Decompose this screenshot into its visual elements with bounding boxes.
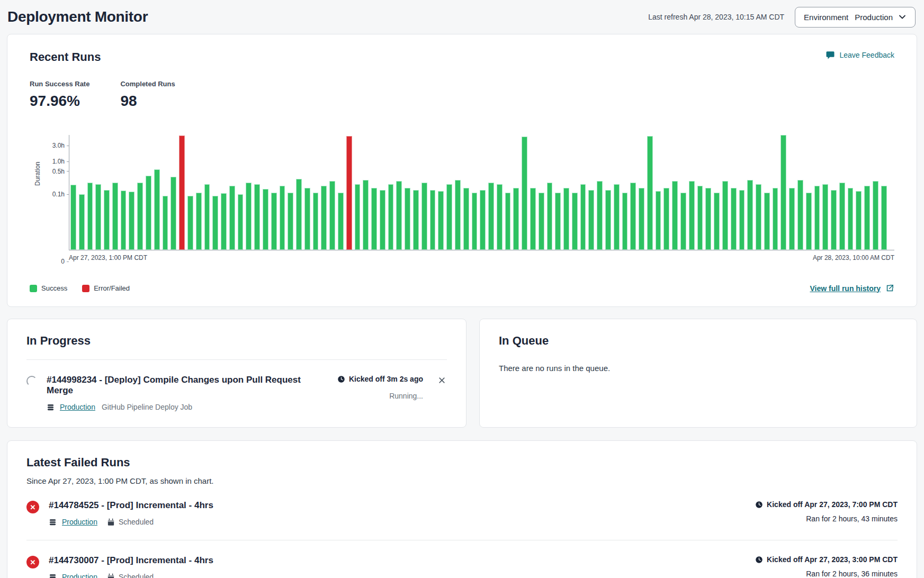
chart-bar-success[interactable] <box>547 183 553 250</box>
chart-bar-success[interactable] <box>388 184 394 250</box>
chart-bar-success[interactable] <box>329 181 335 250</box>
environment-link[interactable]: Production <box>62 573 97 578</box>
chart-bar-success[interactable] <box>781 135 786 250</box>
chart-bar-success[interactable] <box>112 183 118 250</box>
chart-bar-success[interactable] <box>731 188 737 250</box>
chart-bar-success[interactable] <box>539 193 544 250</box>
chart-bar-success[interactable] <box>605 190 611 250</box>
chart-bar-success[interactable] <box>814 186 820 250</box>
chart-bar-success[interactable] <box>304 188 310 250</box>
chart-bar-success[interactable] <box>480 190 486 250</box>
chart-bar-success[interactable] <box>79 194 85 250</box>
chart-bar-success[interactable] <box>455 180 461 250</box>
chart-bar-success[interactable] <box>187 196 193 250</box>
chart-bar-success[interactable] <box>530 188 536 250</box>
chart-bar-success[interactable] <box>697 186 703 250</box>
chart-bar-success[interactable] <box>488 183 494 250</box>
chart-bar-success[interactable] <box>588 190 594 250</box>
chart-bar-success[interactable] <box>221 193 227 250</box>
chart-bar-success[interactable] <box>572 193 578 250</box>
chart-bar-success[interactable] <box>271 193 277 250</box>
chart-bar-failed[interactable] <box>346 136 352 250</box>
chart-bar-success[interactable] <box>438 191 444 250</box>
chart-bar-success[interactable] <box>797 180 803 250</box>
chart-bar-success[interactable] <box>129 192 134 250</box>
chart-bar-success[interactable] <box>563 188 569 250</box>
chart-bar-success[interactable] <box>87 183 93 250</box>
chart-bar-success[interactable] <box>146 176 151 250</box>
chart-bar-success[interactable] <box>689 181 695 250</box>
environment-link[interactable]: Production <box>62 518 97 526</box>
chart-bar-success[interactable] <box>789 188 795 250</box>
chart-bar-success[interactable] <box>421 183 427 250</box>
chart-bar-success[interactable] <box>446 184 452 250</box>
chart-bar-success[interactable] <box>739 190 745 250</box>
chart-bar-success[interactable] <box>839 183 845 250</box>
chart-bar-success[interactable] <box>647 136 653 250</box>
chart-bar-success[interactable] <box>171 177 176 250</box>
chart-bar-success[interactable] <box>121 191 127 250</box>
chart-bar-success[interactable] <box>70 185 76 250</box>
chart-bar-success[interactable] <box>246 183 252 250</box>
chart-bar-success[interactable] <box>430 190 436 250</box>
chart-bar-success[interactable] <box>848 188 854 250</box>
chart-bar-success[interactable] <box>864 186 870 250</box>
environment-link[interactable]: Production <box>60 403 95 411</box>
chart-bar-success[interactable] <box>405 188 410 250</box>
environment-select[interactable]: Environment Production <box>795 7 916 28</box>
chart-bar-success[interactable] <box>505 193 511 250</box>
view-full-run-history-link[interactable]: View full run history <box>810 284 894 293</box>
chart-bar-success[interactable] <box>413 190 419 250</box>
chart-bar-success[interactable] <box>321 186 327 250</box>
chart-bar-success[interactable] <box>371 188 377 250</box>
chart-bar-success[interactable] <box>296 179 302 250</box>
close-icon[interactable] <box>437 375 447 387</box>
chart-bar-success[interactable] <box>856 191 862 250</box>
chart-bar-success[interactable] <box>747 180 753 250</box>
chart-bar-success[interactable] <box>196 193 202 250</box>
chart-bar-success[interactable] <box>705 188 711 250</box>
chart-bar-success[interactable] <box>597 181 603 250</box>
chart-bar-success[interactable] <box>154 169 160 250</box>
chart-bar-success[interactable] <box>163 196 168 250</box>
chart-bar-success[interactable] <box>355 184 361 250</box>
leave-feedback-link[interactable]: Leave Feedback <box>826 50 894 60</box>
chart-bar-success[interactable] <box>639 188 644 250</box>
chart-bar-success[interactable] <box>288 193 293 250</box>
chart-bar-success[interactable] <box>656 191 661 250</box>
chart-bar-success[interactable] <box>254 184 260 250</box>
chart-bar-success[interactable] <box>806 193 812 250</box>
chart-bar-failed[interactable] <box>179 136 185 250</box>
chart-bar-success[interactable] <box>513 188 519 250</box>
chart-bar-success[interactable] <box>822 184 828 250</box>
chart-bar-success[interactable] <box>472 193 478 250</box>
chart-bar-success[interactable] <box>622 193 628 250</box>
chart-bar-success[interactable] <box>263 189 268 250</box>
chart-bar-success[interactable] <box>463 188 469 250</box>
chart-bar-success[interactable] <box>881 186 887 250</box>
chart-bar-success[interactable] <box>555 193 561 250</box>
chart-bar-success[interactable] <box>338 193 344 250</box>
chart-bar-success[interactable] <box>672 181 678 250</box>
chart-bar-success[interactable] <box>497 184 503 250</box>
chart-bar-success[interactable] <box>614 184 620 250</box>
chart-bar-success[interactable] <box>714 193 720 250</box>
chart-bar-success[interactable] <box>137 183 143 250</box>
chart-bar-success[interactable] <box>773 188 778 250</box>
chart-bar-success[interactable] <box>680 193 686 250</box>
chart-bar-success[interactable] <box>630 183 636 250</box>
chart-bar-success[interactable] <box>104 190 110 250</box>
chart-bar-success[interactable] <box>229 186 235 250</box>
chart-bar-success[interactable] <box>238 194 244 250</box>
chart-bar-success[interactable] <box>722 181 728 250</box>
chart-bar-success[interactable] <box>663 188 669 250</box>
chart-bar-success[interactable] <box>313 193 319 250</box>
chart-bar-success[interactable] <box>212 196 218 250</box>
chart-bar-success[interactable] <box>380 190 385 250</box>
chart-bar-success[interactable] <box>580 184 586 250</box>
chart-bar-success[interactable] <box>95 184 101 250</box>
chart-bar-success[interactable] <box>831 190 837 250</box>
chart-bar-success[interactable] <box>280 186 285 250</box>
chart-bar-success[interactable] <box>363 180 369 250</box>
chart-bar-success[interactable] <box>873 181 878 250</box>
